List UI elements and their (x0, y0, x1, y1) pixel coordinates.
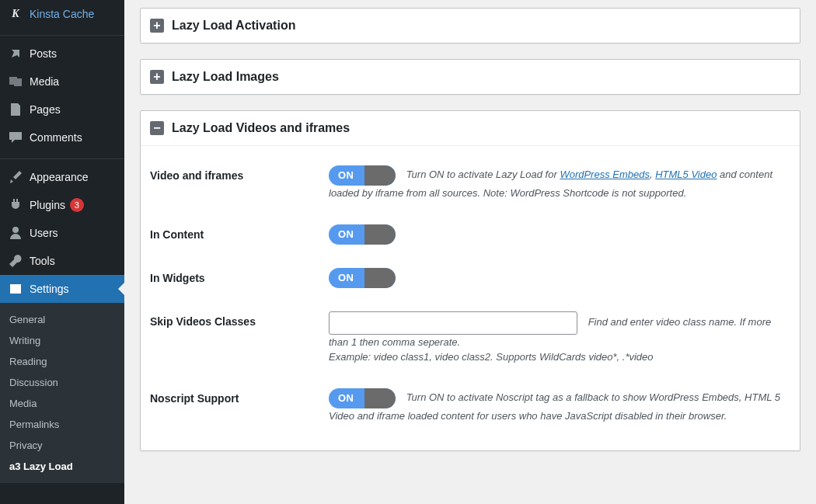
sidebar-item-plugins[interactable]: Plugins 3 (0, 191, 124, 219)
sidebar-item-appearance[interactable]: Appearance (0, 163, 124, 191)
sidebar-item-users[interactable]: Users (0, 219, 124, 247)
submenu-item-reading[interactable]: Reading (0, 351, 124, 372)
toggle-noscript-support[interactable]: ON (329, 388, 396, 408)
panel-title: Lazy Load Videos and iframes (172, 121, 350, 135)
sidebar-item-label: Kinsta Cache (30, 8, 94, 20)
switch-on-label: ON (338, 388, 354, 408)
switch-knob (364, 165, 396, 186)
sidebar-item-posts[interactable]: Posts (0, 40, 124, 68)
collapse-icon (150, 121, 164, 135)
kinsta-logo-icon: K (8, 6, 23, 22)
main-content: Lazy Load Activation Lazy Load Images La… (124, 0, 816, 504)
settings-submenu: General Writing Reading Discussion Media… (0, 303, 124, 483)
row-label-in-content: In Content (150, 213, 321, 256)
panel-title: Lazy Load Activation (172, 19, 295, 33)
panel-title: Lazy Load Images (172, 70, 279, 84)
pin-icon (8, 46, 23, 61)
row-label-in-widgets: In Widgets (150, 256, 321, 300)
switch-on-label: ON (338, 165, 354, 186)
row-description-example: Example: video class1, video class2. Sup… (329, 351, 654, 363)
expand-icon (150, 70, 164, 84)
sidebar-item-pages[interactable]: Pages (0, 96, 124, 123)
submenu-item-discussion[interactable]: Discussion (0, 372, 124, 393)
user-icon (8, 225, 23, 241)
sidebar-item-settings[interactable]: Settings (0, 275, 124, 303)
sidebar-item-media[interactable]: Media (0, 68, 124, 96)
row-label-video-iframes: Video and iframes (150, 154, 321, 213)
page-icon (8, 102, 23, 117)
row-description: Turn ON to activate Noscript tag as a fa… (329, 391, 780, 422)
panel-header[interactable]: Lazy Load Videos and iframes (141, 111, 800, 145)
sidebar-item-label: Comments (30, 131, 82, 144)
panel-body: Video and iframes ON Turn ON to activate… (141, 145, 800, 450)
submenu-item-general[interactable]: General (0, 309, 124, 330)
link-html5-video[interactable]: HTML5 Video (655, 169, 717, 180)
sidebar-item-label: Settings (30, 283, 69, 295)
submenu-item-writing[interactable]: Writing (0, 330, 124, 351)
toggle-video-iframes[interactable]: ON (329, 165, 396, 186)
row-label-skip-classes: Skip Videos Classes (150, 300, 321, 377)
sidebar-item-label: Plugins (30, 199, 65, 211)
switch-knob (364, 224, 396, 245)
submenu-item-media[interactable]: Media (0, 393, 124, 414)
sidebar-item-label: Appearance (30, 171, 89, 183)
row-label-noscript: Noscript Support (150, 377, 321, 436)
sidebar-item-label: Tools (30, 255, 55, 267)
panel-lazy-load-activation: Lazy Load Activation (140, 8, 800, 43)
panel-header[interactable]: Lazy Load Activation (141, 9, 800, 43)
toggle-in-widgets[interactable]: ON (329, 268, 396, 288)
plug-icon (8, 197, 23, 213)
sidebar-item-label: Media (30, 75, 59, 88)
media-icon (8, 74, 23, 89)
panel-header[interactable]: Lazy Load Images (141, 60, 800, 94)
switch-on-label: ON (338, 224, 354, 245)
submenu-item-a3-lazy-load[interactable]: a3 Lazy Load (0, 456, 124, 477)
sidebar-item-comments[interactable]: Comments (0, 123, 124, 151)
input-skip-videos-classes[interactable] (329, 311, 577, 335)
admin-sidebar: K Kinsta Cache Posts Media Pages Comment… (0, 0, 124, 504)
brush-icon (8, 169, 23, 185)
panel-lazy-load-images: Lazy Load Images (140, 59, 800, 95)
switch-on-label: ON (338, 268, 354, 288)
comment-icon (8, 130, 23, 145)
sidebar-item-tools[interactable]: Tools (0, 247, 124, 275)
switch-knob (364, 388, 396, 408)
sidebar-item-label: Posts (30, 47, 57, 60)
link-wordpress-embeds[interactable]: WordPress Embeds (560, 169, 650, 180)
expand-icon (150, 19, 164, 33)
sidebar-item-label: Users (30, 227, 58, 239)
submenu-item-privacy[interactable]: Privacy (0, 435, 124, 456)
menu-separator (0, 155, 124, 159)
sidebar-item-label: Pages (30, 103, 61, 116)
tool-icon (8, 253, 23, 269)
menu-separator (0, 32, 124, 36)
panel-lazy-load-videos: Lazy Load Videos and iframes Video and i… (140, 110, 800, 451)
toggle-in-content[interactable]: ON (329, 224, 396, 245)
submenu-item-permalinks[interactable]: Permalinks (0, 414, 124, 435)
update-badge: 3 (70, 198, 84, 212)
switch-knob (364, 268, 396, 288)
settings-icon (8, 281, 23, 297)
sidebar-item-kinsta-cache[interactable]: K Kinsta Cache (0, 0, 124, 28)
